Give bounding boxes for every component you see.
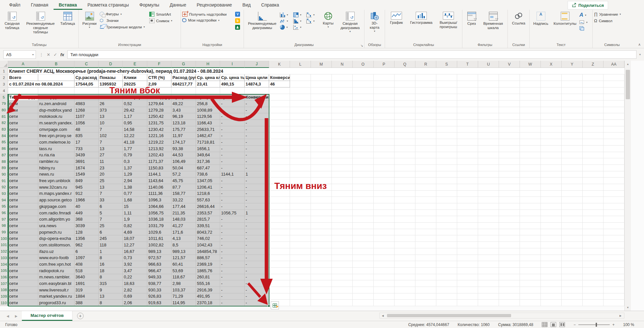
cell[interactable] bbox=[415, 223, 436, 229]
cell[interactable] bbox=[332, 139, 353, 146]
cell[interactable]: 408 bbox=[74, 261, 99, 268]
cell[interactable] bbox=[311, 280, 332, 287]
cell[interactable]: 1 bbox=[245, 210, 269, 216]
cell[interactable] bbox=[583, 113, 604, 120]
cell[interactable] bbox=[415, 152, 436, 159]
cell[interactable] bbox=[499, 255, 520, 261]
cell[interactable] bbox=[457, 280, 478, 287]
cell[interactable] bbox=[583, 248, 604, 255]
cell[interactable] bbox=[520, 184, 541, 191]
slicer-button[interactable]: Срез bbox=[464, 10, 479, 26]
cell[interactable] bbox=[374, 287, 394, 293]
visio-addin-icon[interactable]: V bbox=[235, 12, 240, 17]
cell[interactable] bbox=[520, 139, 541, 146]
cell[interactable] bbox=[520, 274, 541, 281]
formula-input[interactable]: Тип площадки bbox=[67, 50, 636, 59]
cell[interactable] bbox=[436, 210, 457, 216]
cell[interactable] bbox=[394, 216, 415, 223]
cell[interactable]: - bbox=[245, 158, 269, 165]
cell[interactable] bbox=[332, 210, 353, 216]
cell[interactable] bbox=[457, 107, 478, 114]
cell[interactable] bbox=[374, 113, 394, 120]
cell[interactable]: 164854,78 bbox=[196, 248, 220, 255]
cell[interactable] bbox=[499, 139, 520, 146]
combo-chart-button[interactable]: ▾ bbox=[306, 19, 319, 23]
cell[interactable] bbox=[123, 87, 147, 94]
cell[interactable] bbox=[520, 191, 541, 197]
cell[interactable]: www.liveresult.r bbox=[38, 287, 74, 293]
cell[interactable]: сети bbox=[8, 223, 38, 229]
cell[interactable] bbox=[562, 197, 583, 203]
sheet-tab-master-reports[interactable]: Мастер отчётов bbox=[22, 311, 72, 321]
cell[interactable] bbox=[562, 87, 583, 94]
cell[interactable] bbox=[604, 216, 624, 223]
cell[interactable] bbox=[604, 133, 624, 139]
cell[interactable]: сети bbox=[8, 300, 38, 306]
cell[interactable]: 15 bbox=[123, 203, 147, 210]
cell[interactable] bbox=[332, 87, 353, 94]
cell[interactable]: 71,29 bbox=[171, 293, 196, 300]
cell[interactable] bbox=[520, 74, 541, 81]
cell[interactable] bbox=[541, 242, 562, 248]
cell[interactable]: cmvrpage.com bbox=[38, 126, 74, 133]
cell[interactable]: 886,57 bbox=[196, 255, 220, 261]
cell[interactable] bbox=[541, 184, 562, 191]
cell[interactable] bbox=[583, 203, 604, 210]
cell[interactable] bbox=[311, 178, 332, 184]
cell[interactable]: сети bbox=[8, 107, 38, 114]
cell[interactable]: - bbox=[245, 101, 269, 107]
cell[interactable] bbox=[562, 113, 583, 120]
cell[interactable]: ifazo.uz bbox=[38, 248, 74, 255]
vertical-scrollbar-thumb[interactable] bbox=[626, 70, 630, 99]
cell[interactable]: 1231,75 bbox=[147, 120, 171, 126]
cell[interactable]: 8 bbox=[99, 300, 123, 306]
column-header-Z[interactable]: Z bbox=[583, 61, 604, 68]
cell[interactable]: - bbox=[245, 242, 269, 248]
cell[interactable] bbox=[436, 191, 457, 197]
zoom-slider[interactable] bbox=[578, 324, 610, 325]
cell[interactable] bbox=[332, 223, 353, 229]
cell[interactable]: Клики bbox=[123, 74, 147, 81]
cell[interactable] bbox=[332, 107, 353, 114]
cell[interactable]: 148,03 bbox=[171, 216, 196, 223]
cell[interactable] bbox=[353, 171, 374, 178]
cell[interactable]: free.vpn.unblock bbox=[38, 178, 74, 184]
cell[interactable]: 388 bbox=[74, 300, 99, 306]
cell[interactable] bbox=[332, 120, 353, 126]
cell[interactable]: - bbox=[245, 293, 269, 300]
cell[interactable] bbox=[541, 133, 562, 139]
row-header-91[interactable]: 91 bbox=[0, 178, 8, 184]
hierarchy-chart-button[interactable]: ▾ bbox=[293, 12, 306, 17]
cell[interactable] bbox=[604, 146, 624, 152]
cell[interactable] bbox=[311, 223, 332, 229]
cell[interactable] bbox=[394, 274, 415, 281]
cell[interactable] bbox=[520, 101, 541, 107]
cell[interactable] bbox=[457, 152, 478, 159]
insert-function-icon[interactable]: fx bbox=[60, 52, 64, 57]
cell[interactable]: - bbox=[220, 178, 245, 184]
cell[interactable] bbox=[415, 133, 436, 139]
cell[interactable] bbox=[478, 235, 499, 242]
cell[interactable] bbox=[394, 191, 415, 197]
cell[interactable]: 158,77 bbox=[171, 191, 196, 197]
cell[interactable]: 1056 bbox=[74, 120, 99, 126]
cell[interactable]: 71718,81 bbox=[196, 139, 220, 146]
cell[interactable] bbox=[604, 184, 624, 191]
cell[interactable]: 18,07 bbox=[123, 235, 147, 242]
cell[interactable]: - bbox=[220, 223, 245, 229]
collapse-ribbon-icon[interactable]: ∧ bbox=[638, 42, 641, 47]
cell[interactable] bbox=[583, 242, 604, 248]
cell[interactable] bbox=[394, 178, 415, 184]
cell[interactable] bbox=[394, 280, 415, 287]
cell[interactable] bbox=[583, 94, 604, 101]
cell[interactable] bbox=[499, 300, 520, 306]
cell[interactable]: 1 bbox=[99, 248, 123, 255]
cell[interactable] bbox=[332, 171, 353, 178]
row-header-89[interactable]: 89 bbox=[0, 165, 8, 171]
cell[interactable] bbox=[436, 216, 457, 223]
cell[interactable] bbox=[499, 165, 520, 171]
cell[interactable] bbox=[353, 203, 374, 210]
cell[interactable]: 118 bbox=[99, 242, 123, 248]
column-header-V[interactable]: V bbox=[499, 61, 520, 68]
cell[interactable] bbox=[562, 158, 583, 165]
